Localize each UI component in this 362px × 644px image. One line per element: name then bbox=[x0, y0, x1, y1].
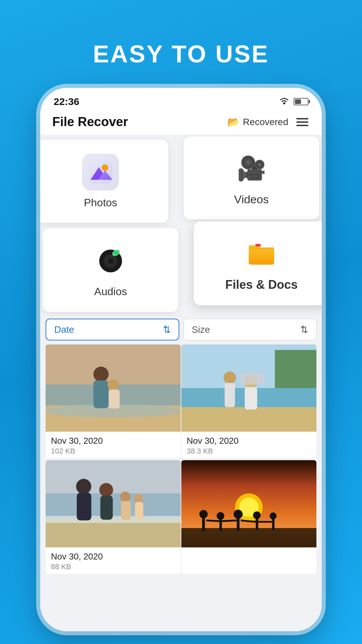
svg-point-26 bbox=[224, 371, 236, 384]
folder-icon-small: 📂 bbox=[227, 116, 240, 128]
photo-3-size: 88 KB bbox=[51, 562, 175, 571]
category-grid: Photos 🎥 Videos bbox=[40, 137, 322, 315]
photo-item-3[interactable]: Nov 30, 2020 88 KB bbox=[46, 460, 181, 574]
photo-1-size: 102 KB bbox=[51, 447, 175, 455]
svg-line-57 bbox=[206, 521, 219, 521]
svg-rect-42 bbox=[135, 502, 143, 519]
svg-rect-29 bbox=[245, 387, 257, 410]
audios-card[interactable]: Audios bbox=[43, 228, 178, 312]
sort-date-arrow: ⇅ bbox=[163, 324, 171, 335]
photos-label: Photos bbox=[84, 197, 117, 209]
svg-rect-21 bbox=[46, 344, 181, 432]
sort-date-dropdown[interactable]: Date ⇅ bbox=[46, 319, 179, 340]
status-icons bbox=[279, 96, 308, 107]
sort-size-arrow: ⇅ bbox=[300, 324, 308, 335]
svg-point-0 bbox=[283, 102, 285, 104]
files-label: Files & Docs bbox=[225, 278, 298, 292]
svg-point-56 bbox=[270, 513, 277, 520]
videos-card[interactable]: 🎥 Videos bbox=[184, 137, 319, 219]
app-header: File Recover 📂 Recovered bbox=[40, 111, 322, 135]
battery-icon bbox=[294, 98, 308, 105]
photo-2-date: Nov 30, 2020 bbox=[187, 436, 311, 446]
sort-size-label: Size bbox=[192, 324, 210, 335]
svg-point-2 bbox=[102, 164, 108, 171]
svg-rect-10 bbox=[249, 248, 274, 265]
audios-label: Audios bbox=[94, 285, 127, 298]
photo-grid: Nov 30, 2020 102 KB bbox=[40, 344, 322, 575]
svg-rect-38 bbox=[100, 495, 113, 520]
photo-item-4[interactable]: Nov 30, 2020 55 KB bbox=[181, 460, 316, 574]
svg-rect-27 bbox=[225, 383, 235, 407]
photos-card[interactable]: Photos bbox=[40, 140, 168, 223]
svg-point-54 bbox=[253, 512, 261, 519]
photo-1-date: Nov 30, 2020 bbox=[51, 436, 175, 446]
recovered-button[interactable]: 📂 Recovered bbox=[227, 116, 288, 128]
svg-point-7 bbox=[108, 258, 113, 264]
svg-rect-34 bbox=[46, 516, 181, 523]
svg-rect-11 bbox=[249, 247, 274, 249]
photo-item-2[interactable]: Nov 30, 2020 38.3 KB bbox=[181, 344, 316, 458]
phone-frame: 22:36 File Recover 📂 Recovered bbox=[40, 88, 322, 631]
hamburger-menu[interactable] bbox=[295, 117, 310, 127]
recovered-label: Recovered bbox=[243, 117, 288, 127]
sort-size-dropdown[interactable]: Size ⇅ bbox=[183, 319, 316, 340]
files-card[interactable]: Files & Docs bbox=[194, 221, 322, 305]
svg-rect-46 bbox=[181, 528, 316, 547]
photo-item-1[interactable]: Nov 30, 2020 102 KB bbox=[46, 344, 181, 458]
svg-rect-40 bbox=[121, 501, 131, 520]
svg-rect-25 bbox=[181, 407, 316, 432]
headline: EASY TO USE bbox=[93, 40, 269, 68]
svg-rect-36 bbox=[77, 493, 91, 521]
photo-2-size: 38.3 KB bbox=[187, 447, 311, 455]
svg-point-50 bbox=[217, 512, 224, 520]
status-bar: 22:36 bbox=[40, 88, 322, 111]
sort-controls: Date ⇅ Size ⇅ bbox=[40, 316, 322, 344]
svg-rect-30 bbox=[240, 373, 264, 385]
photo-3-date: Nov 30, 2020 bbox=[51, 551, 175, 562]
svg-point-52 bbox=[234, 510, 243, 519]
videos-label: Videos bbox=[234, 193, 268, 206]
app-title: File Recover bbox=[52, 115, 128, 129]
svg-rect-55 bbox=[272, 518, 275, 530]
svg-point-37 bbox=[99, 483, 113, 497]
svg-point-35 bbox=[76, 479, 91, 494]
app-content: Photos 🎥 Videos bbox=[40, 135, 322, 631]
status-time: 22:36 bbox=[54, 96, 79, 107]
header-right: 📂 Recovered bbox=[227, 116, 310, 128]
sort-date-label: Date bbox=[54, 324, 74, 335]
svg-rect-12 bbox=[255, 244, 261, 247]
svg-point-41 bbox=[134, 494, 143, 503]
video-icon: 🎥 bbox=[237, 155, 266, 182]
svg-line-58 bbox=[222, 521, 237, 521]
wifi-icon bbox=[279, 96, 290, 107]
svg-point-48 bbox=[199, 510, 208, 519]
svg-point-39 bbox=[120, 492, 130, 502]
